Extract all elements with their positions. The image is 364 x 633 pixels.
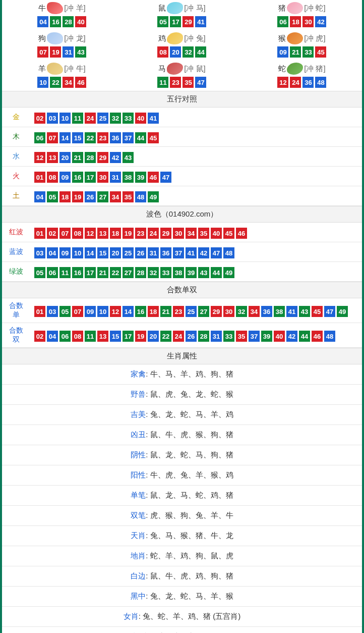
num-chip: 27 xyxy=(123,267,134,278)
num-chip: 01 xyxy=(34,172,45,183)
zodiac-nums: 10223446 xyxy=(37,77,86,88)
zodiac-clash: [冲 马] xyxy=(184,4,206,13)
num-row: 0108091617303138394647 xyxy=(34,172,358,183)
num-chip: 43 xyxy=(123,152,134,163)
num-chip: 19 xyxy=(50,46,61,58)
attr-label: 野兽 xyxy=(131,390,146,398)
heshu-header: 合数单双 xyxy=(2,282,362,298)
num-chip: 08 xyxy=(72,331,83,342)
attr-label: 阴性 xyxy=(131,450,146,459)
row-label: 木 xyxy=(2,127,30,147)
num-chip: 23 xyxy=(173,306,184,317)
attr-label: 白边 xyxy=(131,571,146,580)
num-chip: 36 xyxy=(261,306,272,317)
snake-icon xyxy=(287,63,303,75)
num-chip: 20 xyxy=(59,152,71,163)
attr-row: 地肖: 蛇、羊、鸡、狗、鼠、虎 xyxy=(2,546,362,566)
num-chip: 19 xyxy=(135,331,146,342)
num-chip: 11 xyxy=(85,331,96,342)
num-chip: 21 xyxy=(160,306,171,317)
num-row: 05061116172122272832333839434449 xyxy=(34,267,358,278)
table-row: 火0108091617303138394647 xyxy=(2,167,362,186)
num-chip: 04 xyxy=(37,16,48,27)
attr-row: 野兽: 鼠、虎、兔、龙、蛇、猴 xyxy=(2,385,362,405)
attr-value: 蛇、羊、鸡、狗、鼠、虎 xyxy=(148,551,233,560)
row-label: 金 xyxy=(2,108,30,127)
num-chip: 41 xyxy=(195,16,206,27)
num-chip: 38 xyxy=(123,172,134,183)
num-chip: 16 xyxy=(50,16,61,27)
num-chip: 44 xyxy=(299,331,310,342)
zodiac-cell: 猪[冲 蛇]06183042 xyxy=(242,0,362,30)
zodiac-nums: 06183042 xyxy=(277,16,326,27)
num-chip: 20 xyxy=(170,46,181,58)
num-chip: 07 xyxy=(59,228,71,239)
num-chip: 28 xyxy=(63,16,74,27)
num-chip: 31 xyxy=(148,247,159,258)
num-row: 0103050709101214161821232527293032343638… xyxy=(34,306,358,317)
num-chip: 28 xyxy=(198,331,209,342)
num-chip: 29 xyxy=(211,306,222,317)
num-chip: 48 xyxy=(223,247,234,258)
num-chip: 24 xyxy=(85,113,96,124)
attr-label: 阳性 xyxy=(131,470,146,479)
num-chip: 10 xyxy=(72,247,83,258)
zodiac-clash: [冲 龙] xyxy=(64,34,86,43)
num-chip: 19 xyxy=(72,191,83,202)
num-chip: 23 xyxy=(170,77,181,88)
zodiac-top: 猪[冲 蛇] xyxy=(278,2,326,14)
num-chip: 32 xyxy=(183,46,194,58)
num-chip: 46 xyxy=(236,228,247,239)
num-chip: 46 xyxy=(75,77,86,88)
attr-row: 阴性: 鼠、龙、蛇、马、狗、猪 xyxy=(2,445,362,465)
num-chip: 26 xyxy=(186,331,197,342)
num-chip: 31 xyxy=(63,46,74,58)
zodiac-clash: [冲 鼠] xyxy=(184,64,206,74)
num-chip: 12 xyxy=(85,228,96,239)
num-chip: 12 xyxy=(110,306,121,317)
main-container: 牛[冲 羊]04162840鼠[冲 马]05172941猪[冲 蛇]061830… xyxy=(0,0,364,633)
row-nums: 0103050709101214161821232527293032343638… xyxy=(30,298,362,323)
num-chip: 07 xyxy=(47,132,58,143)
zodiac-cell: 猴[冲 虎]09213345 xyxy=(242,30,362,61)
zodiac-nums: 08203244 xyxy=(157,46,206,58)
num-chip: 28 xyxy=(135,267,146,278)
num-chip: 40 xyxy=(75,16,86,27)
num-chip: 45 xyxy=(315,46,326,58)
num-chip: 33 xyxy=(160,267,171,278)
num-chip: 21 xyxy=(290,46,301,58)
row-label: 火 xyxy=(2,167,30,186)
attr-row: 女肖: 兔、蛇、羊、鸡、猪 (五宫肖) xyxy=(2,607,362,627)
num-chip: 04 xyxy=(34,191,45,202)
num-chip: 49 xyxy=(337,306,348,317)
zodiac-top: 猴[冲 虎] xyxy=(278,32,326,44)
dog-icon xyxy=(47,32,63,44)
num-chip: 41 xyxy=(148,113,159,124)
num-chip: 30 xyxy=(97,172,108,183)
zodiac-nums: 09213345 xyxy=(277,46,326,58)
num-chip: 36 xyxy=(110,132,121,143)
row-label: 合数单 xyxy=(2,298,30,323)
zodiac-cell: 鼠[冲 马]05172941 xyxy=(122,0,242,30)
num-row: 02031011242532334041 xyxy=(34,113,358,124)
num-chip: 16 xyxy=(72,267,83,278)
num-chip: 17 xyxy=(85,267,96,278)
zodiac-clash: [冲 兔] xyxy=(184,34,206,43)
zodiac-cell: 鸡[冲 兔]08203244 xyxy=(122,30,242,61)
num-chip: 02 xyxy=(34,113,45,124)
num-chip: 21 xyxy=(97,267,108,278)
num-chip: 45 xyxy=(148,132,159,143)
pig-icon xyxy=(287,2,303,14)
num-chip: 33 xyxy=(302,46,314,58)
num-chip: 17 xyxy=(170,16,181,27)
attr-row: 天肖: 兔、马、猴、猪、牛、龙 xyxy=(2,526,362,546)
num-chip: 13 xyxy=(97,228,108,239)
num-chip: 11 xyxy=(72,113,83,124)
zodiac-name: 蛇 xyxy=(278,64,286,74)
row-nums: 0204060811131517192022242628313335373940… xyxy=(30,323,362,348)
num-chip: 03 xyxy=(34,247,45,258)
num-chip: 41 xyxy=(286,306,297,317)
num-chip: 10 xyxy=(59,113,71,124)
table-row: 土04051819262734354849 xyxy=(2,186,362,206)
num-chip: 40 xyxy=(135,113,146,124)
